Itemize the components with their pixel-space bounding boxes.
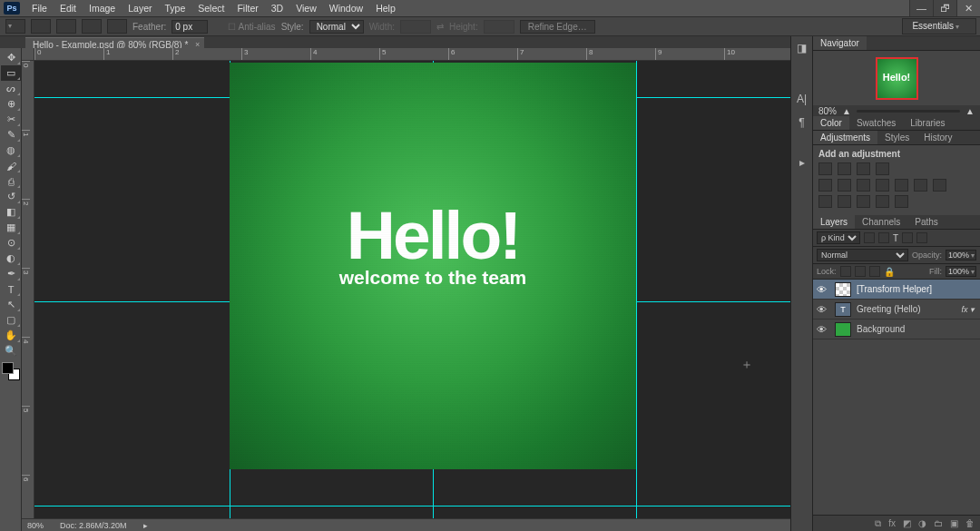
- adj-posterize-icon[interactable]: [838, 195, 851, 208]
- navigator-zoom-slider[interactable]: 80% ▲ ▲: [813, 105, 980, 116]
- channels-tab[interactable]: Channels: [855, 215, 907, 229]
- lasso-tool[interactable]: ᔕ: [1, 81, 21, 96]
- guide-horizontal[interactable]: [34, 506, 812, 506]
- eyedropper-tool[interactable]: ✎: [1, 127, 21, 143]
- path-selection-tool[interactable]: ↖: [1, 297, 21, 312]
- ruler-origin[interactable]: [22, 48, 34, 61]
- selection-add-icon[interactable]: [56, 19, 76, 34]
- adj-colorlookup-icon[interactable]: [933, 179, 946, 192]
- strip-histogram-icon[interactable]: ◨: [791, 36, 812, 60]
- history-brush-tool[interactable]: ↺: [1, 189, 21, 204]
- status-zoom[interactable]: 80%: [27, 521, 44, 530]
- layer-thumbnail[interactable]: [835, 322, 851, 337]
- clone-stamp-tool[interactable]: ⎙: [1, 173, 21, 189]
- adj-colorbalance-icon[interactable]: [857, 179, 870, 192]
- filter-shape-icon[interactable]: [902, 232, 913, 243]
- filter-adjust-icon[interactable]: [878, 232, 889, 243]
- filter-smart-icon[interactable]: [916, 232, 927, 243]
- layer-row[interactable]: 👁 Background: [813, 320, 980, 339]
- adj-hue-icon[interactable]: [838, 179, 851, 192]
- delete-layer-icon[interactable]: 🗑: [965, 518, 975, 528]
- status-play-icon[interactable]: ▸: [143, 521, 148, 530]
- adj-brightness-icon[interactable]: [818, 162, 832, 175]
- window-minimize-button[interactable]: —: [909, 0, 933, 16]
- layer-thumbnail[interactable]: [835, 282, 851, 297]
- foreground-background-color[interactable]: [2, 362, 20, 380]
- link-layers-icon[interactable]: ⧉: [875, 518, 881, 529]
- ruler-vertical[interactable]: 01234567: [22, 61, 34, 518]
- new-fill-adjust-icon[interactable]: ◑: [918, 518, 926, 528]
- color-tab[interactable]: Color: [813, 116, 849, 130]
- visibility-toggle-icon[interactable]: 👁: [813, 324, 829, 335]
- guide-vertical[interactable]: [636, 61, 637, 518]
- adj-curves-icon[interactable]: [857, 162, 870, 175]
- lock-pixels-icon[interactable]: [855, 266, 866, 277]
- visibility-toggle-icon[interactable]: 👁: [813, 304, 829, 315]
- menu-help[interactable]: Help: [369, 1, 402, 15]
- layer-filter-kind[interactable]: ρ Kind: [817, 231, 860, 244]
- swatches-tab[interactable]: Swatches: [849, 116, 903, 130]
- adj-photofilter-icon[interactable]: [895, 179, 908, 192]
- menu-filter[interactable]: Filter: [230, 1, 264, 15]
- layer-fx-icon[interactable]: fx: [888, 518, 896, 528]
- foreground-color-swatch[interactable]: [2, 362, 14, 374]
- move-tool[interactable]: ✥: [1, 50, 21, 65]
- feather-input[interactable]: [172, 20, 208, 34]
- layer-name[interactable]: Greeting (Hello): [857, 304, 961, 314]
- menu-layer[interactable]: Layer: [122, 1, 158, 15]
- rectangular-marquee-tool[interactable]: ▭: [1, 65, 21, 81]
- zoom-tool[interactable]: 🔍: [1, 343, 21, 359]
- adj-invert-icon[interactable]: [818, 195, 832, 208]
- selection-intersect-icon[interactable]: [107, 19, 127, 34]
- menu-select[interactable]: Select: [191, 1, 230, 15]
- menu-image[interactable]: Image: [83, 1, 122, 15]
- adj-channelmixer-icon[interactable]: [914, 179, 927, 192]
- filter-pixel-icon[interactable]: [864, 232, 875, 243]
- adj-levels-icon[interactable]: [838, 162, 851, 175]
- adj-selectivecolor-icon[interactable]: [895, 195, 908, 208]
- new-layer-icon[interactable]: ▣: [950, 518, 958, 528]
- paths-tab[interactable]: Paths: [907, 215, 946, 229]
- layer-name[interactable]: Background: [857, 324, 975, 334]
- strip-actions-icon[interactable]: ▸: [791, 151, 812, 174]
- style-select[interactable]: Normal: [309, 20, 364, 34]
- window-close-button[interactable]: ✕: [956, 0, 980, 16]
- adjustments-tab[interactable]: Adjustments: [813, 131, 877, 144]
- ruler-horizontal[interactable]: 01234567891011: [34, 48, 812, 61]
- window-restore-button[interactable]: 🗗: [933, 0, 956, 16]
- adj-bw-icon[interactable]: [876, 179, 889, 192]
- selection-new-icon[interactable]: [31, 19, 51, 34]
- quick-selection-tool[interactable]: ⊕: [1, 96, 21, 112]
- selection-subtract-icon[interactable]: [82, 19, 102, 34]
- antialias-checkbox[interactable]: ☐ Anti-alias: [228, 22, 275, 32]
- menu-file[interactable]: File: [25, 1, 54, 15]
- new-group-icon[interactable]: 🗀: [934, 518, 943, 528]
- fill-value[interactable]: 100%: [946, 266, 976, 277]
- canvas[interactable]: Hello! welcome to the team: [230, 63, 636, 469]
- hand-tool[interactable]: ✋: [1, 328, 21, 343]
- adj-exposure-icon[interactable]: [876, 162, 889, 175]
- blend-mode-select[interactable]: Normal: [817, 249, 908, 261]
- adj-gradientmap-icon[interactable]: [876, 195, 889, 208]
- opacity-value[interactable]: 100%: [946, 250, 976, 261]
- layer-mask-icon[interactable]: ◩: [903, 518, 911, 528]
- gradient-tool[interactable]: ▦: [1, 220, 21, 235]
- zoom-in-icon[interactable]: ▲: [965, 106, 975, 116]
- layer-row[interactable]: 👁 [Transform Helper]: [813, 280, 980, 300]
- tool-preset-picker[interactable]: [5, 19, 25, 34]
- blur-tool[interactable]: ⊙: [1, 235, 21, 251]
- strip-character-icon[interactable]: A|: [791, 87, 812, 111]
- layer-fx-badge[interactable]: fx ▾: [961, 305, 975, 314]
- adj-threshold-icon[interactable]: [857, 195, 870, 208]
- eraser-tool[interactable]: ◧: [1, 204, 21, 220]
- canvas-viewport[interactable]: Hello! welcome to the team ＋: [34, 61, 812, 518]
- strip-paragraph-icon[interactable]: ¶: [791, 111, 812, 134]
- pen-tool[interactable]: ✒: [1, 266, 21, 281]
- lock-all-icon[interactable]: 🔒: [884, 267, 895, 277]
- navigator-thumbnail[interactable]: Hello!: [876, 57, 918, 100]
- navigator-tab[interactable]: Navigator: [813, 36, 867, 50]
- menu-window[interactable]: Window: [323, 1, 369, 15]
- shape-tool[interactable]: ▢: [1, 312, 21, 328]
- lock-transparent-icon[interactable]: [840, 266, 851, 277]
- libraries-tab[interactable]: Libraries: [903, 116, 952, 130]
